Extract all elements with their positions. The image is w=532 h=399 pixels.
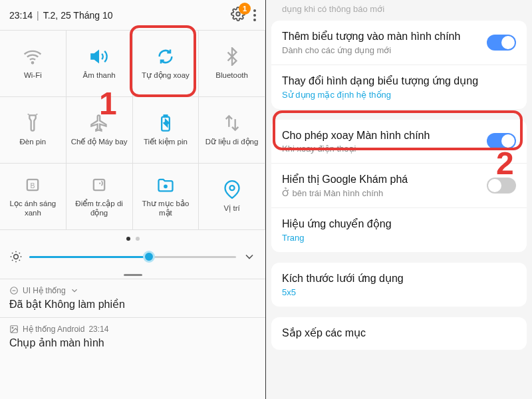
tile-wifi[interactable]: Wi-Fi: [0, 31, 66, 97]
svg-line-4: [28, 114, 29, 114]
tile-autorotate[interactable]: Tự động xoay: [133, 31, 200, 97]
drag-handle[interactable]: [0, 273, 265, 279]
tile-secure-folder[interactable]: Thư mục bảo mật: [133, 164, 200, 230]
chevron-down-icon[interactable]: [243, 250, 256, 263]
toggle-rotate-home[interactable]: [487, 133, 516, 149]
more-menu-button[interactable]: [253, 9, 256, 21]
svg-line-22: [19, 253, 20, 253]
svg-rect-10: [94, 180, 104, 190]
airplane-icon: [90, 114, 108, 132]
settings-button[interactable]: 1: [231, 7, 245, 23]
page-indicator: [0, 230, 265, 245]
notification-badge: 1: [239, 3, 251, 15]
tile-flashlight[interactable]: Đèn pin: [0, 97, 66, 164]
svg-line-17: [12, 253, 13, 253]
tile-hotspot[interactable]: Điểm tr.cập di động: [66, 164, 133, 230]
svg-line-21: [12, 260, 13, 261]
tile-airplane[interactable]: Chế độ Máy bay: [66, 97, 133, 164]
setting-sort-items[interactable]: Sắp xếp các mục: [271, 317, 527, 350]
setting-transition[interactable]: Hiệu ứng chuyển động Trang: [271, 207, 527, 252]
tile-sound[interactable]: Âm thanh: [66, 31, 133, 97]
setting-add-icon-home[interactable]: Thêm biểu tượng vào màn hình chính Dành …: [271, 21, 527, 65]
secure-folder-icon: [156, 176, 175, 194]
mobile-data-icon: [223, 114, 241, 132]
brightness-icon: [9, 250, 23, 263]
wifi-icon: [23, 47, 42, 66]
toggle-google-discover[interactable]: [487, 178, 516, 194]
battery-saver-icon: [156, 114, 175, 132]
brightness-row: [0, 245, 265, 273]
flashlight-icon: [23, 114, 42, 132]
svg-point-11: [99, 182, 100, 184]
svg-point-0: [236, 12, 240, 16]
svg-point-12: [164, 185, 167, 188]
brightness-slider[interactable]: [29, 249, 236, 265]
dnd-icon: [9, 286, 19, 295]
setting-grid-size[interactable]: Kích thước lưới ứng dụng 5x5: [271, 263, 527, 307]
status-date: T.2, 25 Tháng 10: [43, 10, 113, 21]
tile-bluetooth[interactable]: Bluetooth: [199, 31, 265, 97]
notification-system-ui[interactable]: UI Hệ thống Đã bật Không làm phiền: [0, 279, 265, 317]
svg-point-13: [229, 186, 234, 190]
tile-blue-light[interactable]: B Lọc ánh sáng xanh: [0, 164, 66, 230]
svg-point-26: [12, 327, 13, 329]
sound-icon: [90, 47, 108, 66]
location-icon: [223, 180, 241, 199]
svg-line-18: [19, 260, 20, 261]
setting-google-discover[interactable]: Hiển thị Google Khám phá Ở bên trái Màn …: [271, 163, 527, 207]
image-icon: [9, 325, 19, 334]
notification-android[interactable]: Hệ thống Android 23:14 Chụp ảnh màn hình: [0, 317, 265, 356]
svg-text:B: B: [31, 181, 35, 189]
svg-line-5: [37, 114, 37, 114]
status-time: 23:14: [9, 10, 33, 21]
autorotate-icon: [156, 47, 175, 66]
chevron-down-icon: [70, 286, 79, 295]
tile-battery-saver[interactable]: Tiết kiệm pin: [133, 97, 200, 164]
partial-text: dụng khi có thông báo mới: [266, 0, 532, 21]
blue-light-icon: B: [23, 176, 42, 194]
bluetooth-icon: [223, 47, 241, 66]
svg-marker-2: [91, 51, 98, 61]
tile-location[interactable]: Vị trí: [199, 164, 265, 230]
quick-settings-grid: Wi-Fi Âm thanh Tự động xoay Bluetooth Đè…: [0, 30, 265, 230]
tile-mobile-data[interactable]: Dữ liệu di động: [199, 97, 265, 164]
svg-point-1: [32, 62, 33, 63]
hotspot-icon: [90, 176, 108, 194]
status-bar: 23:14 | T.2, 25 Tháng 10 1: [0, 0, 265, 30]
svg-point-14: [14, 255, 19, 259]
toggle-add-icon[interactable]: [487, 35, 516, 51]
svg-rect-7: [164, 115, 168, 116]
setting-icon-shape[interactable]: Thay đổi hình dạng biểu tượng ứng dụng S…: [271, 65, 527, 109]
setting-rotate-home[interactable]: Cho phép xoay Màn hình chính Khi xoay đi…: [271, 120, 527, 164]
